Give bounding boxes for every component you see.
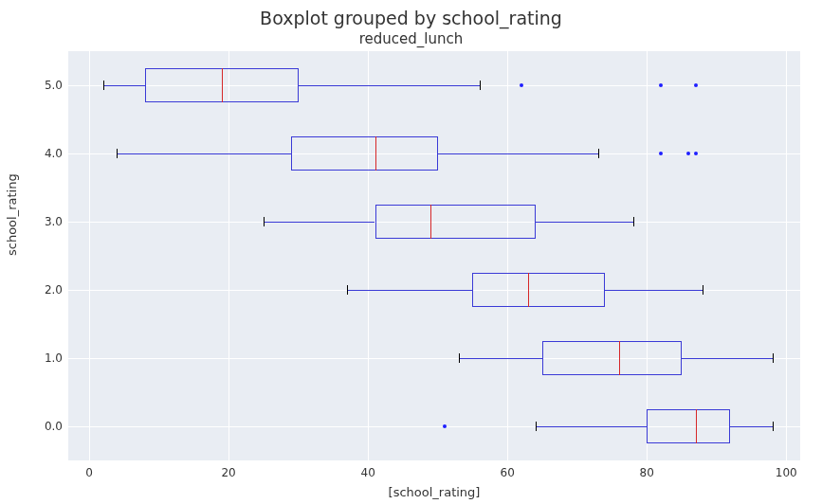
outlier-point [694,152,698,155]
gridline-v [89,51,90,460]
whisker-low [103,85,145,86]
median-line [619,341,620,375]
whisker-low [459,358,542,359]
whisker-high [536,222,633,223]
whisker-low [536,426,648,427]
outlier-point [686,152,690,155]
outlier-point [694,83,698,87]
cap-high [703,285,703,295]
gridline-v [786,51,787,460]
chart-title: Boxplot grouped by school_rating [0,8,822,28]
gridline-v [368,51,369,460]
x-axis-label: [school_rating] [389,485,481,499]
x-tick-label: 0 [85,466,93,479]
cap-high [480,81,481,90]
box [542,341,682,375]
median-line [222,68,223,102]
chart-subtitle: reduced_lunch [0,30,822,47]
y-tick-label: 5.0 [38,79,63,92]
x-tick-label: 40 [361,466,375,479]
outlier-point [443,424,447,428]
gridline-v [507,51,508,460]
y-tick-label: 4.0 [38,147,63,160]
median-line [375,136,376,171]
cap-high [598,149,599,158]
whisker-high [438,153,598,154]
y-axis-label: school_rating [5,173,19,256]
whisker-high [299,85,480,86]
gridline-v [647,51,648,460]
y-tick-label: 3.0 [38,215,63,228]
cap-high [633,217,634,226]
cap-high [773,353,774,363]
cap-low [459,353,460,363]
whisker-high [605,290,703,291]
median-line [528,273,529,307]
cap-low [536,422,537,431]
box [472,273,605,307]
boxplot-chart: Boxplot grouped by school_rating reduced… [0,0,822,504]
outlier-point [520,83,523,87]
x-tick-label: 60 [501,466,515,479]
cap-high [773,422,774,431]
x-tick-label: 100 [776,466,797,479]
y-tick-label: 1.0 [38,351,63,365]
gridline-v [228,51,229,460]
whisker-low [347,290,472,291]
cap-low [264,217,265,226]
whisker-high [682,358,773,359]
plot-area [68,51,800,460]
whisker-high [730,426,772,427]
x-tick-label: 80 [640,466,654,479]
median-line [696,409,697,443]
box [375,205,536,239]
outlier-point [659,152,663,155]
whisker-low [117,153,291,154]
y-tick-label: 2.0 [38,283,63,297]
x-tick-label: 20 [221,466,235,479]
box [647,409,730,443]
whisker-low [264,222,375,223]
cap-low [347,285,348,295]
outlier-point [659,83,663,87]
median-line [430,205,431,239]
cap-low [103,81,104,90]
box [291,136,437,171]
cap-low [117,149,118,158]
y-tick-label: 0.0 [38,420,63,433]
